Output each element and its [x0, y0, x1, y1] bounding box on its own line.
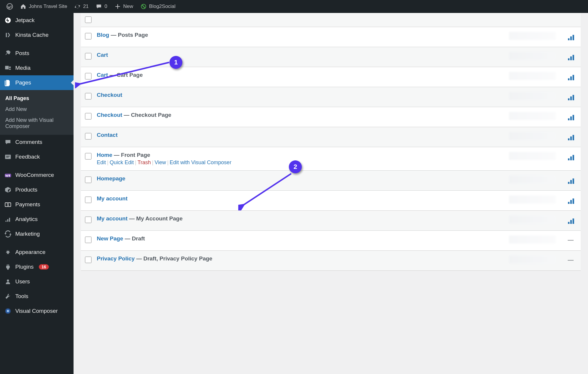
- products-icon: [4, 186, 12, 194]
- bars-icon: [567, 133, 574, 141]
- edit-visual-composer-link[interactable]: Edit with Visual Composer: [170, 159, 231, 165]
- row-checkbox[interactable]: [85, 237, 91, 243]
- page-title-link[interactable]: Checkout: [97, 112, 122, 118]
- jetpack-icon: [4, 16, 12, 24]
- site-name-link[interactable]: Johns Travel Site: [16, 0, 71, 13]
- date-column-blurred: [509, 195, 556, 204]
- update-badge: 16: [39, 264, 49, 270]
- date-column-blurred: [509, 152, 556, 160]
- trash-link[interactable]: Trash: [137, 159, 151, 165]
- row-checkbox[interactable]: [85, 16, 91, 23]
- page-state-suffix: — Checkout Page: [122, 112, 171, 118]
- menu-item-plugins[interactable]: Plugins16: [0, 260, 74, 274]
- pages-table: Blog — Posts PageCartCart — Cart PageChe…: [81, 27, 581, 271]
- page-state-suffix: — My Account Page: [128, 215, 183, 222]
- menu-label: Payments: [15, 201, 40, 208]
- row-checkbox[interactable]: [85, 113, 91, 119]
- menu-item-posts[interactable]: Posts: [0, 46, 74, 61]
- page-title-link[interactable]: Home: [97, 152, 112, 158]
- page-title-link[interactable]: Homepage: [97, 175, 125, 182]
- annotation-marker-1: 1: [169, 56, 182, 69]
- menu-item-appearance[interactable]: Appearance: [0, 245, 74, 260]
- stats-link[interactable]: [567, 53, 574, 62]
- new-content-link[interactable]: New: [111, 0, 137, 13]
- row-checkbox[interactable]: [85, 217, 91, 223]
- page-title-link[interactable]: Cart: [97, 72, 108, 78]
- menu-label: Marketing: [15, 231, 40, 237]
- no-stats-dash: —: [568, 257, 574, 263]
- menu-label: Kinsta Cache: [15, 32, 49, 38]
- date-column-blurred: [509, 235, 556, 244]
- page-state-suffix: — Posts Page: [109, 32, 148, 38]
- page-row: Blog — Posts Page: [81, 27, 581, 47]
- kinsta-icon: [4, 31, 12, 39]
- row-checkbox[interactable]: [85, 73, 91, 79]
- edit-link[interactable]: Edit: [97, 159, 106, 165]
- row-checkbox[interactable]: [85, 177, 91, 183]
- stats-link[interactable]: [567, 217, 574, 226]
- row-checkbox[interactable]: [85, 197, 91, 203]
- pages-submenu: All PagesAdd NewAdd New with Visual Comp…: [0, 90, 74, 135]
- date-column-blurred: [509, 255, 556, 264]
- menu-item-media[interactable]: Media: [0, 61, 74, 75]
- pin-icon: [4, 49, 12, 57]
- stats-link[interactable]: [567, 177, 574, 186]
- pages-icon: [4, 79, 12, 87]
- page-title-link[interactable]: Blog: [97, 32, 109, 38]
- page-row: Cart: [81, 47, 581, 67]
- menu-item-pages[interactable]: Pages: [0, 75, 74, 90]
- menu-item-users[interactable]: Users: [0, 274, 74, 278]
- page-title-link[interactable]: My account: [97, 195, 128, 202]
- menu-item-analytics[interactable]: Analytics: [0, 212, 74, 227]
- page-title-link[interactable]: New Page: [97, 235, 123, 242]
- comments-count: 0: [104, 4, 107, 9]
- blog2social-link[interactable]: Blog2Social: [137, 0, 179, 13]
- view-link[interactable]: View: [154, 159, 166, 165]
- payments-icon: $: [4, 201, 12, 208]
- row-checkbox[interactable]: [85, 33, 91, 39]
- stats-link[interactable]: [567, 93, 574, 102]
- row-checkbox[interactable]: [85, 93, 91, 99]
- menu-item-woocommerce[interactable]: WooCommerce: [0, 168, 74, 182]
- comments-link[interactable]: 0: [92, 0, 111, 13]
- menu-item-products[interactable]: Products: [0, 182, 74, 197]
- stats-link[interactable]: [567, 73, 574, 82]
- menu-label: WooCommerce: [15, 172, 54, 178]
- page-title-link[interactable]: Checkout: [97, 92, 122, 98]
- submenu-item-add-new-with-visual-composer[interactable]: Add New with Visual Composer: [0, 115, 74, 132]
- date-column-blurred: [509, 72, 556, 80]
- new-label: New: [123, 4, 133, 9]
- stats-link[interactable]: [567, 113, 574, 122]
- quick-edit-link[interactable]: Quick Edit: [110, 159, 134, 165]
- menu-item-payments[interactable]: $Payments: [0, 197, 74, 212]
- bars-icon: [567, 197, 574, 204]
- row-checkbox[interactable]: [85, 153, 91, 159]
- menu-label: Appearance: [15, 249, 45, 255]
- page-title-link[interactable]: Cart: [97, 52, 108, 58]
- stats-link[interactable]: [567, 33, 574, 42]
- page-row: Contact: [81, 127, 581, 147]
- menu-item-kinsta[interactable]: Kinsta Cache: [0, 28, 74, 42]
- page-row: My account — My Account Page: [81, 211, 581, 231]
- page-title-link[interactable]: My account: [97, 215, 128, 222]
- stats-link[interactable]: [567, 153, 574, 162]
- page-title-link[interactable]: Contact: [97, 132, 118, 138]
- stats-link[interactable]: [567, 133, 574, 142]
- menu-item-jetpack[interactable]: Jetpack: [0, 13, 74, 28]
- submenu-item-all-pages[interactable]: All Pages: [0, 93, 74, 104]
- wp-logo[interactable]: [3, 0, 16, 13]
- date-column-blurred: [509, 112, 556, 120]
- comments-icon: [4, 138, 12, 146]
- menu-label: Plugins: [15, 264, 34, 270]
- menu-item-marketing[interactable]: Marketing: [0, 227, 74, 241]
- submenu-item-add-new[interactable]: Add New: [0, 104, 74, 115]
- row-checkbox[interactable]: [85, 53, 91, 59]
- stats-link[interactable]: [567, 197, 574, 206]
- updates-link[interactable]: 21: [71, 0, 92, 13]
- menu-item-feedback[interactable]: Feedback: [0, 149, 74, 164]
- row-checkbox[interactable]: [85, 133, 91, 139]
- menu-item-comments[interactable]: Comments: [0, 135, 74, 149]
- row-checkbox[interactable]: [85, 257, 91, 263]
- page-title-link[interactable]: Privacy Policy: [97, 255, 135, 262]
- menu-label: Comments: [15, 139, 42, 145]
